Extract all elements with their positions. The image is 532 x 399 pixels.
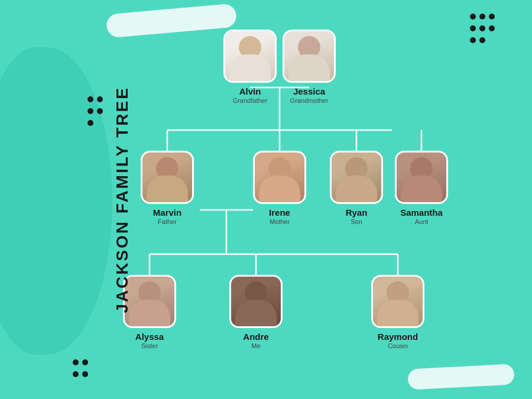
andre-role: Me (251, 342, 260, 349)
person-alvin: Alvin Grandfather (218, 30, 283, 104)
andre-name: Andre (243, 332, 268, 342)
photo-irene (253, 151, 306, 204)
photo-alvin (223, 30, 277, 83)
alyssa-role: Sister (141, 342, 158, 349)
photo-marvin (141, 151, 194, 204)
avatar-jessica (284, 31, 334, 81)
avatar-alvin (225, 31, 275, 81)
avatar-andre (231, 277, 281, 326)
samantha-role: Aunt (415, 218, 429, 225)
alvin-role: Grandfather (233, 97, 268, 104)
raymond-role: Cousin (388, 342, 408, 349)
person-samantha: Samantha Aunt (389, 151, 454, 225)
photo-andre (229, 275, 283, 328)
alyssa-name: Alyssa (135, 332, 164, 342)
avatar-ryan (332, 153, 381, 202)
photo-raymond (371, 275, 424, 328)
person-andre: Andre Me (223, 275, 288, 349)
irene-role: Mother (270, 218, 290, 225)
ryan-name: Ryan (346, 207, 368, 218)
marvin-role: Father (158, 218, 177, 225)
avatar-raymond (373, 277, 423, 326)
dots-bottom-left (71, 358, 90, 381)
ryan-role: Son (351, 218, 362, 225)
person-marvin: Marvin Father (135, 151, 200, 225)
raymond-name: Raymond (378, 332, 418, 342)
photo-ryan (330, 151, 383, 204)
marvin-name: Marvin (153, 207, 181, 218)
jessica-name: Jessica (293, 86, 325, 96)
irene-name: Irene (269, 207, 290, 218)
alvin-name: Alvin (239, 86, 261, 96)
person-ryan: Ryan Son (324, 151, 389, 225)
avatar-samantha (397, 153, 446, 202)
person-raymond: Raymond Cousin (365, 275, 430, 349)
person-jessica: Jessica Grandmother (277, 30, 342, 104)
samantha-name: Samantha (400, 207, 443, 218)
person-irene: Irene Mother (247, 151, 312, 225)
photo-jessica (283, 30, 336, 83)
page-title: JACKSON FAMILY TREE (113, 86, 132, 313)
family-tree-content: Alvin Grandfather Jessica Grandmother Ma… (100, 0, 532, 399)
avatar-alyssa (125, 277, 174, 326)
avatar-marvin (142, 153, 192, 202)
jessica-role: Grandmother (290, 97, 329, 104)
avatar-irene (255, 153, 304, 202)
photo-samantha (395, 151, 448, 204)
